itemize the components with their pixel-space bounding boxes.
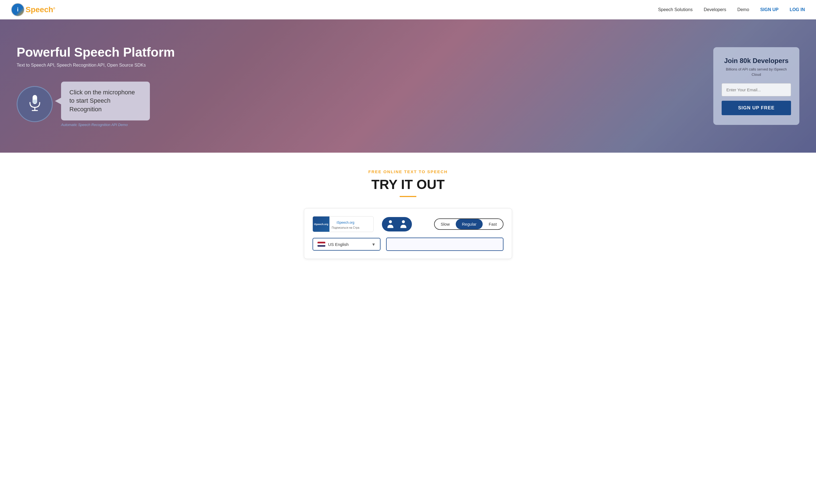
section-divider	[400, 196, 416, 197]
logo-text: Speech®	[26, 5, 55, 14]
facebook-info: iSpeech.org Подписаться на Стра	[329, 217, 361, 231]
microphone-icon	[27, 94, 42, 114]
signup-free-button[interactable]: SIGN UP FREE	[722, 101, 791, 115]
nav-solutions[interactable]: Speech Solutions	[658, 7, 693, 12]
flag-icon	[318, 242, 325, 247]
logo-speech-text: Speech	[26, 5, 53, 14]
svg-point-7	[402, 220, 405, 223]
try-it-out-card: iSpeech.org iSpeech.org Подписаться на С…	[304, 208, 512, 259]
language-selector[interactable]: US English ▼	[313, 238, 381, 251]
tts-text-input[interactable]	[386, 238, 503, 251]
voice-selector[interactable]	[382, 217, 412, 231]
facebook-sub: Подписаться на Стра	[332, 226, 359, 229]
hero-left: Powerful Speech Platform Text to Speech …	[17, 45, 697, 127]
nav-login[interactable]: LOG IN	[790, 7, 805, 12]
svg-point-6	[389, 220, 392, 223]
header: i Speech® Speech Solutions Developers De…	[0, 0, 816, 19]
hero-demo-area: Click on the microphone to start Speech …	[17, 82, 697, 127]
speed-selector: Slow Regular Fast	[434, 218, 503, 230]
voice-icon-female	[397, 219, 407, 229]
section-label: FREE ONLINE TEXT TO SPEECH	[11, 169, 805, 174]
speed-slow-button[interactable]: Slow	[435, 219, 456, 229]
language-label: US English	[328, 242, 349, 247]
voice-icon-male	[387, 219, 397, 229]
hero-subtitle: Text to Speech API, Speech Recognition A…	[17, 63, 697, 68]
asr-demo-label: Automatic Speech Recognition API Demo	[61, 123, 128, 127]
logo: i Speech®	[11, 3, 55, 16]
speech-bubble: Click on the microphone to start Speech …	[61, 82, 150, 120]
nav-developers[interactable]: Developers	[704, 7, 726, 12]
facebook-logo-text: iSpeech.org	[314, 223, 328, 226]
microphone-button[interactable]	[17, 86, 53, 122]
speed-fast-button[interactable]: Fast	[483, 219, 503, 229]
nav-signup[interactable]: SIGN UP	[760, 7, 779, 12]
email-input[interactable]	[722, 83, 791, 96]
speed-regular-button[interactable]: Regular	[456, 219, 483, 229]
try-card-row2: US English ▼	[313, 238, 503, 251]
logo-i-letter: i	[17, 6, 19, 13]
facebook-image: iSpeech.org	[313, 216, 329, 232]
bubble-text: Click on the microphone to start Speech …	[69, 88, 142, 114]
signup-card: Join 80k Developers Billions of API call…	[713, 47, 799, 125]
hero-title: Powerful Speech Platform	[17, 45, 697, 59]
signup-card-subtitle: Billions of API calls served by iSpeech …	[722, 67, 791, 77]
main-nav: Speech Solutions Developers Demo SIGN UP…	[658, 7, 805, 12]
signup-card-title: Join 80k Developers	[722, 57, 791, 65]
facebook-preview[interactable]: iSpeech.org iSpeech.org Подписаться на С…	[313, 216, 374, 232]
chevron-down-icon: ▼	[371, 242, 376, 247]
facebook-name: iSpeech.org	[332, 219, 359, 226]
section-title: TRY IT OUT	[11, 177, 805, 192]
nav-demo[interactable]: Demo	[737, 7, 749, 12]
logo-icon: i	[11, 3, 24, 16]
logo-registered: ®	[53, 7, 55, 10]
hero-section: Powerful Speech Platform Text to Speech …	[0, 19, 816, 153]
try-card-row1: iSpeech.org iSpeech.org Подписаться на С…	[313, 216, 503, 232]
tts-section: FREE ONLINE TEXT TO SPEECH TRY IT OUT iS…	[0, 153, 816, 270]
